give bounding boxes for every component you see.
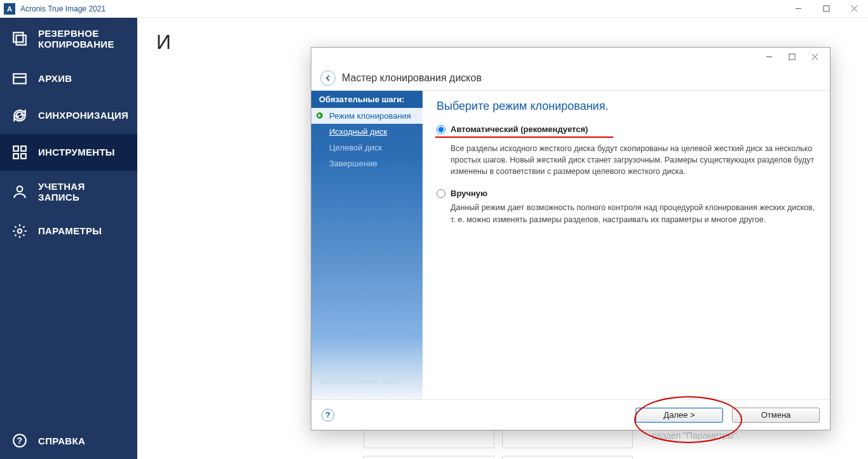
cancel-button[interactable]: Отмена (732, 408, 820, 423)
radio-auto-input[interactable] (437, 125, 445, 134)
wizard-steps-sidebar: Обязательные шаги: Режим клонирования Ис… (311, 91, 423, 399)
red-underline (435, 136, 613, 138)
wizard-title: Мастер клонирования дисков (342, 72, 482, 84)
wizard-step-source[interactable]: Исходный диск (311, 124, 423, 140)
wizard-extra-steps-label: Дополнительные шаги: (311, 370, 423, 399)
wizard-titlebar (311, 48, 830, 65)
wizard-steps-heading: Обязательные шаги: (311, 91, 423, 108)
wizard-header: Мастер клонирования дисков (311, 65, 830, 91)
sidebar-item-label: АРХИВ (38, 73, 72, 84)
svg-rect-10 (13, 154, 18, 159)
wizard-step-finish: Завершение (311, 156, 423, 171)
sidebar-item-label: УЧЕТНАЯ ЗАПИСЬ (38, 181, 126, 203)
radio-manual-input[interactable] (437, 189, 445, 198)
next-button[interactable]: Далее > (635, 408, 723, 423)
wizard-maximize-button[interactable] (780, 49, 803, 64)
radio-auto-desc: Все разделы исходного жесткого диска буд… (451, 143, 816, 177)
radio-auto-label: Автоматический (рекомендуется) (451, 124, 588, 134)
sidebar-item-settings[interactable]: ПАРАМЕТРЫ (0, 213, 137, 249)
sidebar-item-label: СПРАВКА (38, 436, 85, 446)
clone-wizard-dialog: Мастер клонирования дисков Обязательные … (311, 47, 831, 430)
faint-box (502, 456, 633, 459)
sidebar-item-label: ПАРАМЕТРЫ (38, 225, 102, 236)
sidebar-item-backup[interactable]: РЕЗЕРВНОЕ КОПИРОВАНИЕ (0, 18, 137, 60)
close-button[interactable] (840, 0, 868, 18)
sidebar-item-label: ИНСТРУМЕНТЫ (38, 147, 115, 157)
sidebar-item-help[interactable]: ? СПРАВКА (0, 422, 137, 459)
sidebar: РЕЗЕРВНОЕ КОПИРОВАНИЕ АРХИВ СИНХРОНИЗАЦИ… (0, 18, 137, 459)
svg-rect-1 (824, 6, 829, 11)
sidebar-item-tools[interactable]: ИНСТРУМЕНТЫ (0, 134, 137, 171)
sync-icon (11, 107, 28, 124)
app-title: Acronis True Image 2021 (20, 4, 105, 13)
sidebar-item-sync[interactable]: СИНХРОНИЗАЦИЯ (0, 97, 137, 134)
sidebar-item-label: СИНХРОНИЗАЦИЯ (38, 110, 128, 121)
svg-rect-4 (13, 33, 23, 43)
content-area: И || Parallels ls Access s DriveCleanser… (137, 18, 868, 459)
svg-point-12 (17, 186, 23, 192)
radio-manual[interactable]: Вручную (437, 189, 816, 198)
sidebar-item-label: РЕЗЕРВНОЕ КОПИРОВАНИЕ (38, 28, 126, 50)
maximize-button[interactable] (812, 0, 840, 18)
app-icon: A (4, 3, 15, 15)
svg-rect-5 (17, 36, 26, 45)
back-icon[interactable] (320, 70, 336, 86)
settings-icon (11, 223, 28, 239)
account-icon (11, 183, 28, 200)
faint-box (363, 456, 494, 459)
help-icon: ? (11, 432, 28, 449)
svg-rect-8 (13, 146, 18, 151)
window-titlebar: A Acronis True Image 2021 (0, 0, 868, 18)
wizard-page-title: Выберите режим клонирования. (437, 100, 816, 113)
backup-icon (11, 30, 28, 47)
svg-rect-6 (13, 74, 26, 83)
minimize-button[interactable] (784, 0, 812, 18)
wizard-footer: ? Далее > Отмена (311, 399, 830, 430)
wizard-main-panel: Выберите режим клонирования. Автоматичес… (423, 91, 830, 399)
wizard-close-button[interactable] (803, 49, 826, 64)
archive-icon (11, 70, 28, 87)
wizard-step-mode[interactable]: Режим клонирования (311, 108, 423, 124)
wizard-minimize-button[interactable] (757, 49, 780, 64)
sidebar-item-account[interactable]: УЧЕТНАЯ ЗАПИСЬ (0, 171, 137, 213)
svg-rect-20 (789, 54, 795, 60)
wizard-help-icon[interactable]: ? (322, 409, 334, 422)
sidebar-item-archive[interactable]: АРХИВ (0, 60, 137, 97)
wizard-step-target: Целевой диск (311, 140, 423, 156)
radio-manual-desc: Данный режим дает возможность полного ко… (451, 202, 816, 225)
tools-icon (11, 144, 28, 161)
svg-rect-9 (21, 146, 26, 151)
radio-manual-label: Вручную (451, 189, 487, 198)
svg-rect-11 (21, 154, 26, 159)
svg-point-13 (18, 229, 22, 233)
svg-text:?: ? (17, 436, 23, 446)
radio-auto[interactable]: Автоматический (рекомендуется) (437, 124, 816, 134)
